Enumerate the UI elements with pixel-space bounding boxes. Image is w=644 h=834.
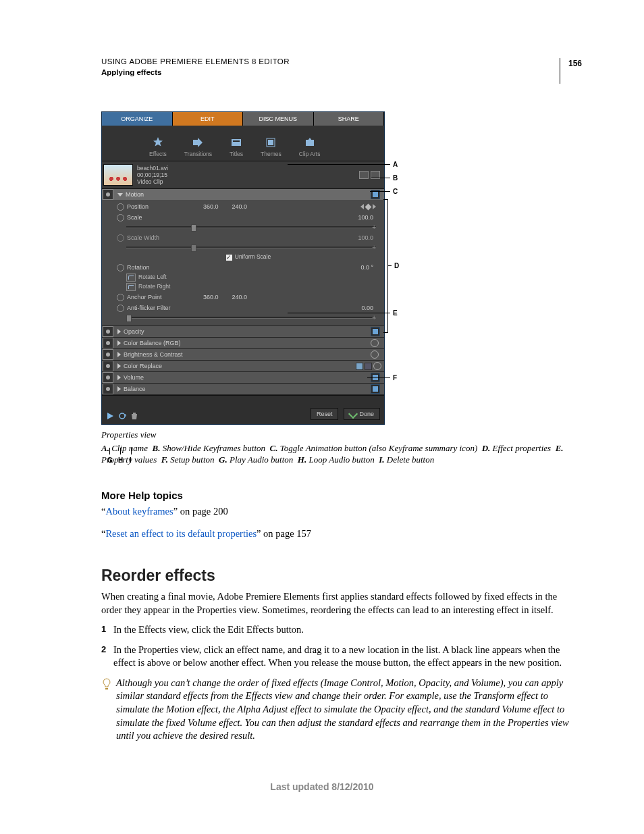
svg-rect-3 xyxy=(268,140,273,145)
tool-themes[interactable]: Themes xyxy=(261,136,281,158)
rotate-left-icon xyxy=(126,273,136,282)
link-reset-effect[interactable]: Reset an effect to its default propertie… xyxy=(105,528,257,539)
tab-edit[interactable]: EDIT xyxy=(173,112,244,126)
slider-thumb-icon[interactable] xyxy=(191,224,196,232)
eye-icon[interactable] xyxy=(103,349,113,360)
reset-button[interactable]: Reset xyxy=(311,408,339,420)
uniform-scale-row[interactable]: ✓ Uniform Scale xyxy=(117,253,380,262)
figure-caption: Properties view xyxy=(101,429,570,441)
scale-value[interactable]: 100.0 xyxy=(358,213,373,221)
last-updated: Last updated 8/12/2010 xyxy=(0,781,644,793)
next-keyframe-icon[interactable] xyxy=(373,204,376,209)
property-antiflicker[interactable]: Anti-flicker Filter 0.00 xyxy=(117,303,380,313)
clip-metadata: beach01.avi 00;00;19;15 Video Clip xyxy=(137,165,168,186)
property-anchor-point[interactable]: Anchor Point 360.0 240.0 xyxy=(117,292,380,303)
chevron-right-icon[interactable] xyxy=(117,386,121,392)
cliparts-icon xyxy=(304,136,316,149)
antiflicker-slider[interactable]: + xyxy=(126,315,376,320)
position-y[interactable]: 240.0 xyxy=(232,203,248,211)
tab-share[interactable]: SHARE xyxy=(314,112,385,126)
callout-f: F xyxy=(393,373,397,383)
stopwatch-icon[interactable] xyxy=(117,203,124,211)
stopwatch-icon[interactable] xyxy=(117,294,124,301)
callout-e: E xyxy=(393,309,398,318)
property-rotation[interactable]: Rotation 0.0 ° xyxy=(117,262,380,273)
callout-a: A xyxy=(393,160,398,170)
chevron-down-icon[interactable] xyxy=(117,193,123,197)
eye-icon[interactable] xyxy=(103,338,113,348)
svg-rect-0 xyxy=(232,139,241,146)
properties-panel: ORGANIZE EDIT DISC MENUS SHARE Effects T… xyxy=(101,111,385,425)
property-position[interactable]: Position 360.0 240.0 xyxy=(117,201,380,212)
slider-thumb-icon[interactable] xyxy=(126,315,132,322)
chevron-right-icon[interactable] xyxy=(117,329,121,334)
position-x[interactable]: 360.0 xyxy=(203,203,219,211)
toggle-animation-icon[interactable] xyxy=(371,327,380,336)
clip-thumbnail xyxy=(103,164,133,186)
clip-name: beach01.avi xyxy=(137,165,168,172)
tab-organize[interactable]: ORGANIZE xyxy=(102,112,173,126)
callout-d: D xyxy=(394,261,399,271)
effect-balance[interactable]: Balance xyxy=(102,384,384,395)
tool-titles[interactable]: Titles xyxy=(230,136,243,158)
chevron-right-icon[interactable] xyxy=(117,375,121,380)
rotate-left-button[interactable]: Rotate Left xyxy=(126,273,380,282)
properties-view-figure: ORGANIZE EDIT DISC MENUS SHARE Effects T… xyxy=(101,111,397,425)
stopwatch-icon[interactable] xyxy=(117,264,124,271)
anchor-y[interactable]: 240.0 xyxy=(232,293,248,301)
steps-list: In the Effects view, click the Edit Effe… xyxy=(101,623,570,670)
effect-motion-header[interactable]: Motion xyxy=(102,189,384,200)
rotation-value[interactable]: 0.0 ° xyxy=(360,263,373,271)
effect-brightness-contrast[interactable]: Brightness & Contrast xyxy=(102,349,384,361)
scale-slider[interactable]: + xyxy=(126,224,376,230)
eye-icon[interactable] xyxy=(103,326,113,337)
tool-effects[interactable]: Effects xyxy=(149,136,167,158)
help-link-1: “About keyframes” on page 200 xyxy=(101,505,570,519)
tab-disc-menus[interactable]: DISC MENUS xyxy=(243,112,314,126)
stopwatch-icon[interactable] xyxy=(373,362,381,370)
stopwatch-icon[interactable] xyxy=(371,350,379,359)
chevron-right-icon[interactable] xyxy=(117,340,121,346)
setup-icon xyxy=(365,363,372,370)
keyframe-nav[interactable] xyxy=(360,204,376,209)
add-keyframe-icon[interactable] xyxy=(365,203,372,210)
chevron-right-icon[interactable] xyxy=(117,352,121,357)
effect-color-replace[interactable]: Color Replace xyxy=(102,361,384,372)
eye-icon[interactable] xyxy=(103,372,113,383)
eye-icon[interactable] xyxy=(103,189,113,200)
rotate-right-button[interactable]: Rotate Right xyxy=(126,282,380,292)
property-scale[interactable]: Scale 100.0 xyxy=(117,212,380,223)
link-about-keyframes[interactable]: About keyframes xyxy=(105,506,173,517)
stopwatch-icon[interactable] xyxy=(117,214,124,221)
tool-transitions[interactable]: Transitions xyxy=(184,136,212,158)
figure-legend: A. Clip name B. Show/Hide Keyframes butt… xyxy=(101,442,570,466)
toggle-animation-icon[interactable] xyxy=(371,384,380,394)
plus-icon: + xyxy=(372,243,376,253)
effect-color-balance[interactable]: Color Balance (RGB) xyxy=(102,338,384,349)
done-button[interactable]: Done xyxy=(344,408,380,420)
more-help-heading: More Help topics xyxy=(101,489,570,502)
scale-width-slider: + xyxy=(126,244,376,250)
show-hide-keyframes-icon[interactable] xyxy=(359,171,369,179)
effect-volume[interactable]: Volume xyxy=(102,372,384,384)
delete-icon[interactable] xyxy=(130,412,138,420)
chevron-right-icon[interactable] xyxy=(117,363,121,369)
stopwatch-icon[interactable] xyxy=(371,339,379,347)
stopwatch-icon xyxy=(117,234,124,242)
svg-rect-5 xyxy=(105,688,108,689)
callout-i: I xyxy=(130,456,132,465)
prev-keyframe-icon[interactable] xyxy=(360,204,364,209)
setup-button[interactable] xyxy=(356,362,381,370)
checkbox-checked-icon[interactable]: ✓ xyxy=(226,255,232,261)
eye-icon[interactable] xyxy=(103,361,113,371)
antiflicker-value[interactable]: 0.00 xyxy=(361,304,373,312)
anchor-x[interactable]: 360.0 xyxy=(203,293,219,301)
stopwatch-icon[interactable] xyxy=(117,305,124,312)
effect-opacity[interactable]: Opacity xyxy=(102,326,384,338)
loop-audio-icon[interactable] xyxy=(118,412,126,420)
play-audio-icon[interactable] xyxy=(106,412,114,420)
eye-icon[interactable] xyxy=(103,384,113,394)
tool-cliparts[interactable]: Clip Arts xyxy=(299,136,321,158)
lightbulb-icon xyxy=(101,678,112,692)
callout-g: G xyxy=(107,456,113,465)
